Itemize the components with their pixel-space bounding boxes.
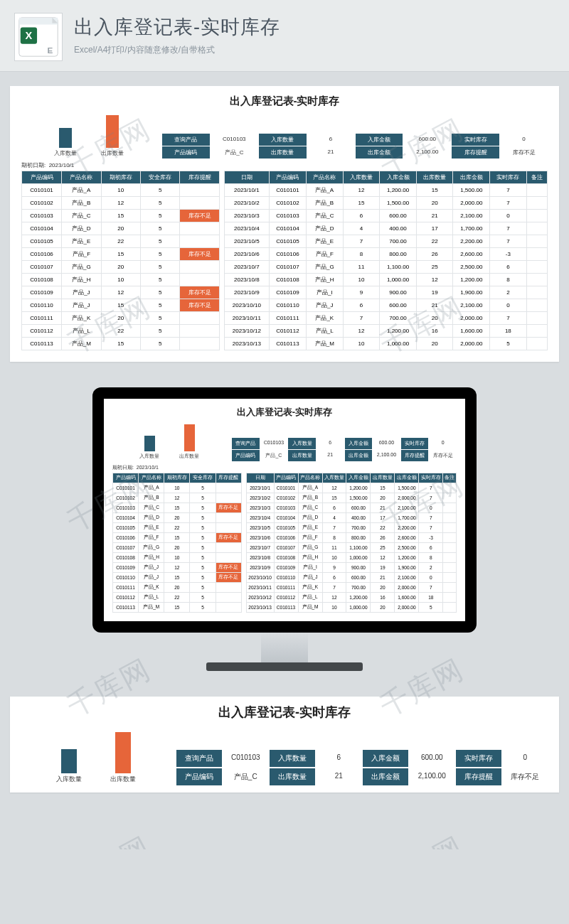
table-cell: 20 — [101, 261, 140, 274]
table-header: 备注 — [443, 473, 457, 483]
table-cell: 21 — [416, 210, 453, 222]
table-cell: 5 — [190, 603, 216, 613]
summary-value: 0 — [500, 134, 548, 146]
table-cell: 10 — [343, 274, 380, 286]
summary-label: 实时库存 — [456, 750, 501, 767]
table-cell: 1,200.00 — [453, 274, 490, 286]
table-cell — [526, 286, 547, 299]
table-cell: 5 — [190, 523, 216, 533]
page-body: 出入库登记表-实时库存 入库数量 出库数量 查询产品C010103入库数量6入库… — [0, 72, 569, 849]
summary-label: 查询产品 — [176, 750, 222, 767]
table-cell: C010110 — [269, 299, 306, 312]
table-cell: 12 — [343, 325, 380, 338]
summary-value: 产品_C — [260, 450, 288, 461]
table-cell: C010113 — [113, 603, 139, 613]
table-header: 产品编码 — [22, 171, 62, 184]
table-cell — [443, 543, 457, 553]
table-row: 2023/10/8C010108产品_H101,000.00121,200.00… — [246, 553, 456, 563]
table-cell: 5 — [141, 222, 180, 235]
table-cell: 1,500.00 — [395, 483, 419, 493]
table-cell: 产品_J — [298, 573, 322, 583]
table-cell: 20 — [164, 513, 190, 523]
table-cell — [180, 338, 219, 350]
table-cell: 5 — [190, 553, 216, 563]
table-cell: 0 — [419, 503, 443, 513]
table-cell: 17 — [416, 222, 453, 235]
inout-log-table: 日期产品编码产品名称入库数量入库金额出库数量出库金额实时库存备注2023/10/… — [224, 171, 548, 350]
table-cell: 7 — [419, 523, 443, 533]
table-cell: 产品_M — [62, 338, 101, 350]
table-row: 2023/10/9C010109产品_I9900.00191,900.002 — [246, 563, 456, 573]
table-cell: 6 — [490, 261, 527, 274]
table-cell: 18 — [419, 593, 443, 603]
table-header: 库存提醒 — [216, 473, 241, 483]
table-cell: 700.00 — [380, 312, 417, 325]
table-cell: 5 — [190, 493, 216, 503]
table-row: C010113产品_M155 — [113, 603, 242, 613]
table-cell: 11 — [343, 261, 380, 274]
table-cell — [526, 210, 547, 222]
table-row: C010106产品_F155库存不足 — [22, 248, 220, 261]
table-cell: 20 — [416, 197, 453, 210]
table-cell: 7 — [490, 184, 527, 197]
table-cell: -3 — [419, 533, 443, 543]
table-cell — [216, 483, 241, 493]
table-row: 2023/10/7C010107产品_G111,100.00252,500.00… — [224, 261, 547, 274]
table-cell — [216, 513, 241, 523]
table-cell: 22 — [416, 235, 453, 248]
table-row: 2023/10/3C010103产品_C6600.00212,100.000 — [224, 210, 547, 222]
table-cell: 9 — [343, 286, 380, 299]
table-cell: C010106 — [113, 533, 139, 543]
table-cell: 7 — [490, 235, 527, 248]
table-cell: C010107 — [113, 543, 139, 553]
summary-label: 产品编码 — [232, 450, 260, 461]
table-cell — [526, 299, 547, 312]
table-row: C010109产品_J125库存不足 — [113, 563, 242, 573]
table-header: 期初库存 — [164, 473, 190, 483]
table-header: 产品编码 — [113, 473, 139, 483]
table-cell: 2023/10/1 — [224, 184, 269, 197]
table-row: 2023/10/13C010113产品_M101,000.00202,000.0… — [224, 338, 547, 350]
table-cell: 12 — [164, 493, 190, 503]
table-cell — [216, 553, 241, 563]
table-cell: 2023/10/9 — [224, 286, 269, 299]
table-cell — [216, 493, 241, 503]
table-cell: 产品_B — [298, 493, 322, 503]
table-row: C010105产品_E225 — [22, 235, 220, 248]
table-cell: 产品_C — [307, 210, 344, 222]
table-header: 安全库存 — [141, 171, 180, 184]
table-cell: 1,100.00 — [380, 261, 417, 274]
table-cell: 10 — [101, 184, 140, 197]
table-cell: 12 — [416, 274, 453, 286]
table-header: 库存提醒 — [180, 171, 219, 184]
table-row: 2023/10/5C010105产品_E7700.00222,200.007 — [224, 235, 547, 248]
table-cell: 5 — [141, 184, 180, 197]
table-cell: 2023/10/5 — [224, 235, 269, 248]
table-cell: 9 — [322, 563, 346, 573]
stock-base-table: 产品编码产品名称期初库存安全库存库存提醒C010101产品_A105C01010… — [21, 171, 220, 350]
table-cell — [216, 603, 241, 613]
table-row: 2023/10/2C010102产品_B151,500.00202,000.00… — [224, 197, 547, 210]
inout-log-table: 日期产品编码产品名称入库数量入库金额出库数量出库金额实时库存备注2023/10/… — [246, 473, 457, 613]
table-row: C010104产品_D205 — [22, 222, 220, 235]
table-cell: -3 — [490, 248, 527, 261]
table-row: 2023/10/13C010113产品_M101,000.00202,000.0… — [246, 603, 456, 613]
table-cell: C010107 — [274, 543, 298, 553]
table-cell — [443, 603, 457, 613]
summary-grid: 查询产品C010103入库数量6入库金额600.00实时库存0产品编码产品_C出… — [162, 134, 548, 159]
table-cell: 库存不足 — [216, 573, 241, 583]
table-cell: 产品_C — [139, 503, 164, 513]
table-cell — [526, 325, 547, 338]
table-cell: 2023/10/8 — [224, 274, 269, 286]
table-header: 实时库存 — [490, 171, 527, 184]
table-cell: 2023/10/7 — [246, 543, 274, 553]
table-cell — [526, 312, 547, 325]
table-cell: 2,100.00 — [395, 503, 419, 513]
table-row: 2023/10/3C010103产品_C6600.00212,100.000 — [246, 503, 456, 513]
table-cell: 2023/10/2 — [224, 197, 269, 210]
table-cell: 1,600.00 — [453, 325, 490, 338]
table-cell: 产品_G — [139, 543, 164, 553]
table-cell — [443, 573, 457, 583]
table-row: 2023/10/12C010112产品_L121,200.00161,600.0… — [246, 593, 456, 603]
table-row: 2023/10/4C010104产品_D4400.00171,700.007 — [246, 513, 456, 523]
